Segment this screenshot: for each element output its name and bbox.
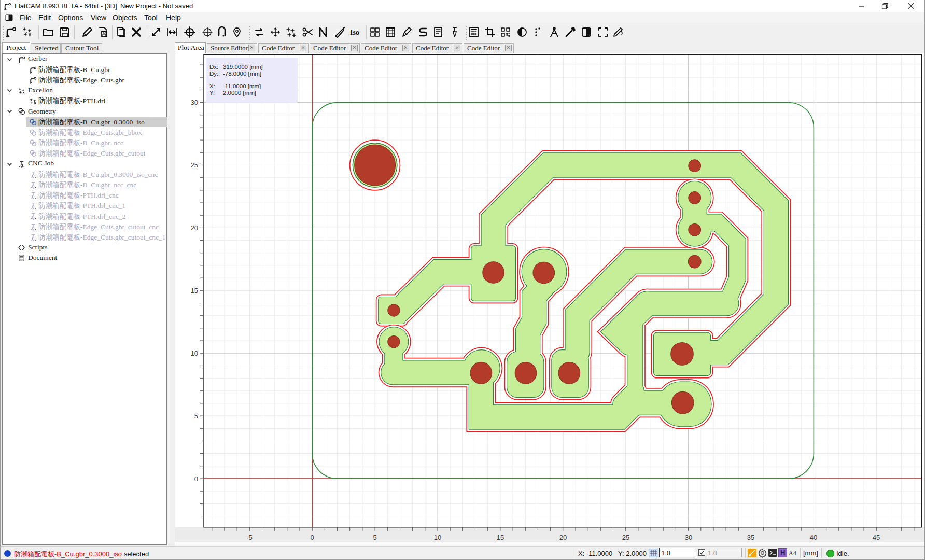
svg-text:20: 20 bbox=[559, 534, 567, 541]
svg-text:5: 5 bbox=[194, 412, 198, 420]
svg-text:30: 30 bbox=[191, 99, 198, 106]
svg-text:Iso: Iso bbox=[350, 29, 359, 36]
svg-text:15: 15 bbox=[191, 287, 198, 295]
svg-text:10: 10 bbox=[191, 349, 198, 357]
svg-text:Dy:: Dy: bbox=[209, 71, 218, 77]
svg-text:20: 20 bbox=[191, 224, 198, 232]
svg-text:-5: -5 bbox=[246, 534, 253, 541]
svg-text:2.0000 [mm]: 2.0000 [mm] bbox=[223, 90, 256, 96]
svg-text:10: 10 bbox=[434, 534, 441, 541]
svg-text:45: 45 bbox=[873, 534, 880, 541]
svg-text:25: 25 bbox=[191, 161, 198, 169]
svg-text:X:: X: bbox=[209, 83, 215, 89]
svg-text:40: 40 bbox=[810, 534, 817, 541]
svg-text:25: 25 bbox=[622, 534, 629, 541]
svg-text:0: 0 bbox=[194, 475, 198, 483]
svg-text:30: 30 bbox=[685, 534, 692, 541]
svg-text:-78.0000 [mm]: -78.0000 [mm] bbox=[223, 71, 261, 77]
svg-text:Dx:: Dx: bbox=[209, 64, 218, 70]
svg-text:15: 15 bbox=[497, 534, 504, 541]
svg-text:-11.0000 [mm]: -11.0000 [mm] bbox=[223, 83, 261, 89]
svg-text:Y:: Y: bbox=[209, 90, 215, 96]
svg-text:5: 5 bbox=[373, 534, 376, 541]
svg-text:0: 0 bbox=[310, 534, 314, 541]
svg-text:319.0000 [mm]: 319.0000 [mm] bbox=[223, 64, 263, 70]
svg-text:35: 35 bbox=[747, 534, 754, 541]
